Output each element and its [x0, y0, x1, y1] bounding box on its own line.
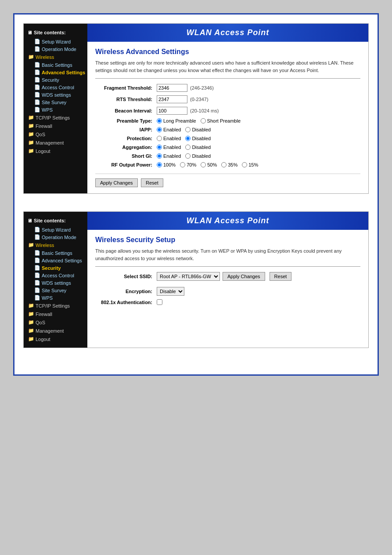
- rf-70-radio[interactable]: [180, 162, 185, 167]
- main-area1: WLAN Access Point Wireless Advanced Sett…: [87, 24, 368, 193]
- preamble-short-option[interactable]: Short Preamble: [201, 118, 241, 123]
- sidebar1-group-tcpip[interactable]: 📁 TCP/IP Settings: [24, 113, 87, 122]
- rf-100-option[interactable]: 100%: [157, 162, 176, 167]
- sidebar1-item-operation-mode[interactable]: 📄 Operation Mode: [24, 45, 87, 53]
- beacon-interval-input[interactable]: [157, 107, 187, 115]
- panel2: 🖥 Site contents: 📄 Setup Wizard 📄 Operat…: [23, 211, 369, 348]
- preamble-short-radio[interactable]: [201, 118, 206, 123]
- sidebar1-item-wds-settings[interactable]: 📄 WDS settings: [24, 91, 87, 98]
- rf-50-radio[interactable]: [201, 162, 206, 167]
- iapp-enabled-option[interactable]: Enabled: [157, 127, 181, 132]
- iapp-value: Enabled Disabled: [157, 127, 211, 132]
- rf-35-option[interactable]: 35%: [221, 162, 237, 167]
- preamble-long-option[interactable]: Long Preamble: [157, 118, 196, 123]
- rf-output-power-row: RF Output Power: 100% 70%: [95, 162, 360, 167]
- sidebar1-item-wps[interactable]: 📄 WPS: [24, 106, 87, 113]
- sidebar1-group-qos[interactable]: 📁 QoS: [24, 130, 87, 138]
- fragment-threshold-input[interactable]: [157, 84, 187, 92]
- button-row1: Apply Changes Reset: [95, 174, 360, 187]
- sidebar1-item-site-survey[interactable]: 📄 Site Survey: [24, 98, 87, 106]
- sidebar1-item-setup-wizard[interactable]: 📄 Setup Wizard: [24, 38, 87, 45]
- page-title1: Wireless Advanced Settings: [95, 48, 360, 56]
- aggregation-disabled-radio[interactable]: [185, 145, 191, 150]
- rf-35-radio[interactable]: [221, 162, 227, 167]
- protection-disabled-radio[interactable]: [185, 136, 191, 141]
- fragment-threshold-value: (246-2346): [157, 84, 214, 92]
- rts-threshold-input[interactable]: [157, 95, 187, 103]
- fragment-threshold-hint: (246-2346): [190, 85, 214, 91]
- iapp-disabled-label: Disabled: [192, 127, 211, 132]
- folder-icon3: 📁: [28, 123, 34, 129]
- encryption-dropdown[interactable]: Disable WEP WPA WPA2: [157, 287, 184, 296]
- file-icon9: 📄: [34, 107, 40, 112]
- sidebar2-item-wds-settings[interactable]: 📄 WDS settings: [24, 279, 87, 287]
- sidebar2-item-access-control[interactable]: 📄 Access Control: [24, 272, 87, 279]
- sidebar2-group-qos[interactable]: 📁 QoS: [24, 318, 87, 326]
- rf-15-option[interactable]: 15%: [242, 162, 258, 167]
- rf-50-option[interactable]: 50%: [201, 162, 217, 167]
- sidebar1: 🖥 Site contents: 📄 Setup Wizard 📄 Operat…: [24, 24, 87, 193]
- sidebar1-item-basic-settings[interactable]: 📄 Basic Settings: [24, 61, 87, 69]
- sidebar2-item-advanced-settings[interactable]: 📄 Advanced Settings: [24, 257, 87, 264]
- preamble-type-label: Preamble Type:: [95, 118, 157, 123]
- reset-button2[interactable]: Reset: [270, 272, 292, 281]
- protection-disabled-option[interactable]: Disabled: [185, 136, 211, 141]
- preamble-long-radio[interactable]: [157, 118, 162, 123]
- sidebar2-group-logout[interactable]: 📁 Logout: [24, 335, 87, 343]
- apply-changes-button2[interactable]: Apply Changes: [223, 272, 265, 281]
- reset-button1[interactable]: Reset: [141, 178, 163, 187]
- select-ssid-dropdown[interactable]: Root AP - RTL866s-GW: [157, 272, 220, 281]
- sidebar2-item-security[interactable]: 📄 Security: [24, 264, 87, 272]
- select-ssid-label: Select SSID:: [95, 274, 157, 279]
- sidebar2-item-basic-settings[interactable]: 📄 Basic Settings: [24, 249, 87, 257]
- sidebar2-item-wps[interactable]: 📄 WPS: [24, 294, 87, 301]
- protection-enabled-option[interactable]: Enabled: [157, 136, 181, 141]
- sidebar1-item-access-control[interactable]: 📄 Access Control: [24, 83, 87, 91]
- file-icon4: 📄: [34, 69, 40, 75]
- sidebar2-item-setup-wizard[interactable]: 📄 Setup Wizard: [24, 226, 87, 233]
- iapp-enabled-label: Enabled: [163, 127, 181, 132]
- file-icon2-3: 📄: [34, 250, 40, 256]
- short-gi-row: Short GI: Enabled Disabled: [95, 153, 360, 159]
- rf-100-radio[interactable]: [157, 162, 162, 167]
- select-ssid-value: Root AP - RTL866s-GW Apply Changes Reset: [157, 272, 293, 281]
- sidebar1-item-advanced-settings[interactable]: 📄 Advanced Settings: [24, 69, 87, 76]
- short-gi-disabled-option[interactable]: Disabled: [185, 153, 211, 159]
- sidebar1-group-logout[interactable]: 📁 Logout: [24, 147, 87, 155]
- rf-15-radio[interactable]: [242, 162, 247, 167]
- sidebar2-group-tcpip[interactable]: 📁 TCP/IP Settings: [24, 301, 87, 310]
- file-icon2-4: 📄: [34, 258, 40, 263]
- short-gi-disabled-radio[interactable]: [185, 153, 191, 159]
- rts-threshold-hint: (0-2347): [190, 97, 209, 102]
- sidebar2-item-site-survey[interactable]: 📄 Site Survey: [24, 287, 87, 294]
- sidebar1-group-firewall[interactable]: 📁 Firewall: [24, 122, 87, 130]
- protection-enabled-radio[interactable]: [157, 136, 162, 141]
- rts-threshold-row: RTS Threshold: (0-2347): [95, 95, 360, 103]
- fragment-threshold-row: Fragment Threshold: (246-2346): [95, 84, 360, 92]
- rf-70-option[interactable]: 70%: [180, 162, 196, 167]
- iapp-disabled-option[interactable]: Disabled: [185, 127, 211, 132]
- aggregation-enabled-radio[interactable]: [157, 145, 162, 150]
- iapp-enabled-radio[interactable]: [157, 127, 162, 132]
- sidebar2-item-operation-mode[interactable]: 📄 Operation Mode: [24, 233, 87, 241]
- folder-icon2-6: 📁: [28, 336, 34, 342]
- panel1: 🖥 Site contents: 📄 Setup Wizard 📄 Operat…: [23, 23, 369, 194]
- aggregation-disabled-option[interactable]: Disabled: [185, 145, 211, 150]
- aggregation-enabled-option[interactable]: Enabled: [157, 145, 181, 150]
- apply-changes-button1[interactable]: Apply Changes: [95, 178, 138, 187]
- iapp-disabled-radio[interactable]: [185, 127, 191, 132]
- folder-icon2-3: 📁: [28, 311, 34, 317]
- aggregation-enabled-label: Enabled: [163, 145, 181, 150]
- sidebar1-item-security[interactable]: 📄 Security: [24, 76, 87, 83]
- sidebar2-group-wireless[interactable]: 📁 Wireless: [24, 241, 87, 249]
- dot1x-checkbox[interactable]: [157, 299, 162, 305]
- sidebar1-group-wireless[interactable]: 📁 Wireless: [24, 53, 87, 61]
- sidebar2-group-management[interactable]: 📁 Management: [24, 326, 87, 335]
- header2: WLAN Access Point: [87, 212, 368, 230]
- sidebar1-group-management[interactable]: 📁 Management: [24, 138, 87, 147]
- rf-100-label: 100%: [163, 162, 176, 167]
- sidebar2-group-firewall[interactable]: 📁 Firewall: [24, 310, 87, 318]
- short-gi-enabled-option[interactable]: Enabled: [157, 153, 181, 159]
- short-gi-enabled-radio[interactable]: [157, 153, 162, 159]
- preamble-short-label: Short Preamble: [207, 118, 241, 123]
